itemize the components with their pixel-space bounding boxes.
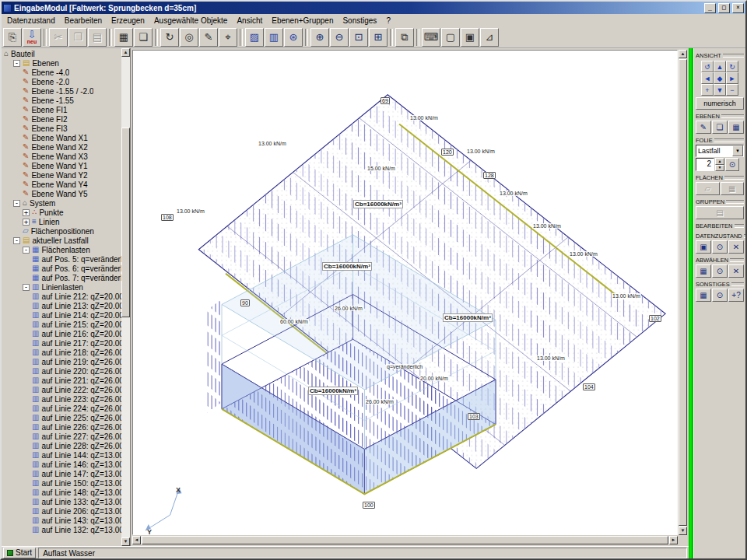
zoom-in-icon[interactable]: ⊕ — [310, 28, 329, 47]
gruppen-button[interactable]: ▤ — [696, 206, 744, 219]
tree-item[interactable]: ▥ auf Linie 227: qZ=26.00 — [2, 432, 121, 441]
tree-item[interactable]: ▥ auf Linie 147: qZ=13.00 — [2, 469, 121, 478]
abwaehlen-x-button[interactable]: ✕ — [728, 264, 744, 278]
menu-item[interactable]: ? — [381, 16, 395, 26]
scroll-down-icon[interactable]: ▼ — [121, 537, 130, 546]
foto-button[interactable]: ▣ — [696, 240, 711, 254]
table-icon[interactable]: ▦ — [114, 28, 133, 47]
draw-icon[interactable]: ✎ — [199, 28, 218, 47]
tree-item[interactable]: ▥ auf Linie 216: qZ=20.00 — [2, 329, 121, 338]
tree-item[interactable]: ▥ auf Linie 228: qZ=26.00 — [2, 441, 121, 450]
abwaehlen-lupe-button[interactable]: ⊙ — [712, 264, 728, 278]
view-rotate-cw-button[interactable]: ↻ — [726, 61, 738, 72]
scroll-thumb[interactable] — [679, 59, 687, 526]
menu-item[interactable]: Bearbeiten — [60, 16, 107, 26]
ebene-bearbeiten-button[interactable]: ✎ — [696, 121, 711, 134]
fang-icon[interactable]: ⌖ — [219, 28, 237, 47]
tree-item[interactable]: ✎ Ebene FI1 — [2, 105, 121, 114]
tree-item[interactable]: - ⌂ System — [2, 198, 121, 208]
scroll-thumb[interactable] — [121, 128, 130, 317]
tree-item[interactable]: ▥ auf Linie 219: qZ=26.00 — [2, 357, 121, 366]
tree-item[interactable]: ▥ auf Linie 226: qZ=26.00 — [2, 422, 121, 432]
tree-item[interactable]: ▦ auf Pos. 6: q=veränderlich — [2, 264, 121, 273]
diagram-icon[interactable]: ▥ — [265, 28, 283, 47]
tree-item[interactable]: ✎ Ebene Wand Y1 — [2, 161, 121, 170]
start-button[interactable]: Start — [3, 548, 36, 558]
scroll-up-icon[interactable]: ▲ — [679, 50, 687, 58]
loeschen-button[interactable]: ✕ — [728, 240, 744, 254]
tree-item[interactable]: ▥ auf Linie 148: qZ=13.00 — [2, 488, 121, 497]
scroll-right-icon[interactable]: ► — [669, 536, 678, 544]
tree-expander[interactable]: + — [23, 219, 30, 226]
tree-item[interactable]: ▥ auf Linie 146: qZ=13.00 — [2, 460, 121, 469]
view-zoom-in-button[interactable]: + — [701, 84, 714, 96]
tree-item[interactable]: ▥ auf Linie 215: qZ=20.00 — [2, 320, 121, 329]
menu-item[interactable]: Sonstiges — [338, 16, 381, 26]
tree-item[interactable]: ▥ auf Linie 220: qZ=26.00 — [2, 366, 121, 376]
measure-icon[interactable]: ⊿ — [480, 28, 499, 47]
tree-item[interactable]: ✎ Ebene Wand X3 — [2, 152, 121, 161]
tree-item[interactable]: ▦ auf Pos. 5: q=veränderlich — [2, 254, 121, 264]
tree-item[interactable]: ▦ auf Pos. 7: q=veränderlich — [2, 273, 121, 282]
spin-up-icon[interactable]: ▲ — [715, 158, 724, 165]
tree-scrollbar[interactable]: ▲ ▼ — [121, 48, 130, 546]
paste-icon[interactable]: ▤ — [88, 28, 107, 47]
cut-icon[interactable]: ✂ — [49, 28, 68, 47]
tree-item[interactable]: ✎ Ebene -2.0 — [2, 77, 121, 86]
menu-item[interactable]: Erzeugen — [107, 16, 149, 26]
view-down-button[interactable]: ▼ — [714, 84, 726, 96]
target-icon[interactable]: ◎ — [180, 28, 198, 47]
view-right-button[interactable]: ► — [726, 72, 738, 84]
tree-item[interactable]: ▥ auf Linie 224: qZ=26.00 — [2, 404, 121, 413]
tree-item[interactable]: ▥ auf Linie 214: qZ=20.00 — [2, 310, 121, 320]
copy-icon[interactable]: ❐ — [68, 28, 87, 47]
tree-item[interactable]: ▱ Flächenpositionen — [2, 226, 121, 236]
report-icon[interactable]: ▣ — [461, 28, 479, 47]
tree-expander[interactable]: - — [13, 237, 20, 244]
zoom-out-icon[interactable]: ⊖ — [330, 28, 349, 47]
view-rotate-ccw-button[interactable]: ↺ — [701, 61, 714, 72]
tree-item[interactable]: ▥ auf Linie 144: qZ=13.00 — [2, 450, 121, 460]
globe-icon[interactable]: ⊛ — [284, 28, 303, 47]
tree-item[interactable]: ▥ auf Linie 223: qZ=26.00 — [2, 394, 121, 404]
tree-expander[interactable]: - — [13, 60, 20, 67]
flaechen-button-1[interactable]: ▱ — [696, 182, 720, 195]
hatch-icon[interactable]: ▨ — [245, 28, 264, 47]
numerisch-button[interactable]: numerisch — [696, 97, 744, 110]
menu-item[interactable]: Ebenen+Gruppen — [267, 16, 338, 26]
hilfe-button[interactable]: +? — [728, 289, 744, 302]
tree-item[interactable]: ✎ Ebene Wand Y5 — [2, 189, 121, 198]
tree-item[interactable]: ▥ auf Linie 221: qZ=26.00 — [2, 376, 121, 385]
orbit-icon[interactable]: ↻ — [160, 28, 179, 47]
datenzustand-laden-icon[interactable]: ⎘ — [3, 28, 22, 47]
view-zoom-out-button[interactable]: − — [726, 84, 738, 96]
scroll-up-icon[interactable]: ▲ — [121, 48, 130, 57]
canvas-hscrollbar[interactable]: ◄ ► — [132, 536, 678, 544]
tree-item[interactable]: ✎ Ebene FI3 — [2, 124, 121, 133]
tree-item[interactable]: ✎ Ebene -1.55 / -2.0 — [2, 86, 121, 96]
folie-lupe-button[interactable]: ⊙ — [725, 158, 739, 171]
tree-item[interactable]: + ≡ Linien — [2, 217, 121, 226]
tree-item[interactable]: ▥ auf Linie 225: qZ=26.00 — [2, 413, 121, 422]
print-icon[interactable]: ⧉ — [395, 28, 414, 47]
tree-item[interactable]: ▥ auf Linie 213: qZ=20.00 — [2, 301, 121, 310]
tree-item[interactable]: ▥ auf Linie 150: qZ=13.00 — [2, 478, 121, 488]
tree-item[interactable]: - ▤ aktueller Lastfall — [2, 236, 121, 245]
tree-expander[interactable]: - — [13, 200, 20, 207]
tree-item[interactable]: ✎ Ebene -4.0 — [2, 68, 121, 77]
tree-item[interactable]: ⌂ Bauteil — [2, 49, 121, 58]
tree-item[interactable]: - ▥ Linienlasten — [2, 282, 121, 292]
tree-item[interactable]: + ∴ Punkte — [2, 208, 121, 217]
view-left-button[interactable]: ◄ — [701, 72, 714, 84]
tree-expander[interactable]: + — [23, 209, 30, 216]
zoom-window-icon[interactable]: ⊡ — [349, 28, 368, 47]
ebene-raster-button[interactable]: ▦ — [728, 121, 744, 134]
numpad-icon[interactable]: ⌨ — [422, 28, 440, 47]
tree-item[interactable]: ▥ auf Linie 218: qZ=26.00 — [2, 348, 121, 357]
spin-down-icon[interactable]: ▼ — [715, 165, 724, 172]
scroll-left-icon[interactable]: ◄ — [132, 536, 141, 544]
tree-item[interactable]: ✎ Ebene Wand X1 — [2, 133, 121, 142]
menu-item[interactable]: Ausgewählte Objekte — [149, 16, 233, 26]
tree-item[interactable]: ✎ Ebene FI2 — [2, 114, 121, 124]
tree-item[interactable]: ▥ auf Linie 212: qZ=20.00 — [2, 292, 121, 301]
